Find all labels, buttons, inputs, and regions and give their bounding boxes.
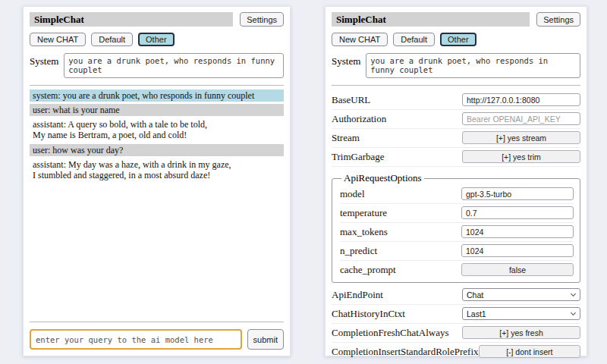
cache-prompt-label: cache_prompt: [340, 264, 396, 276]
trimgarbage-toggle-button[interactable]: [+] yes trim: [462, 150, 580, 163]
completion-fresh-label: CompletionFreshChatAlways: [332, 327, 449, 339]
new-chat-button[interactable]: New CHAT: [332, 33, 388, 46]
chat-message-assistant: assistant: My day was a haze, with a dri…: [30, 158, 284, 181]
system-prompt-input[interactable]: you are a drunk poet, who responds in fu…: [366, 53, 580, 78]
temperature-label: temperature: [340, 207, 387, 219]
chat-history-select[interactable]: Last1: [462, 307, 580, 320]
stream-toggle-button[interactable]: [+] yes stream: [462, 131, 580, 144]
spacer: [30, 184, 284, 315]
max-tokens-input[interactable]: [461, 225, 574, 238]
session-tab-default[interactable]: Default: [91, 33, 133, 46]
session-tab-other[interactable]: Other: [440, 33, 476, 46]
system-prompt-label: System: [332, 53, 360, 67]
cache-prompt-toggle-button[interactable]: false: [461, 263, 574, 276]
setting-row-chat-history: ChatHistoryInCtxt Last1: [332, 305, 580, 324]
api-request-options-legend: ApiRequestOptions: [341, 172, 424, 184]
chat-message-user: user: how was your day?: [30, 144, 284, 156]
n-predict-input[interactable]: [461, 244, 574, 257]
authorization-input[interactable]: [462, 112, 580, 125]
api-endpoint-select[interactable]: Chat: [462, 288, 580, 301]
setting-row-completion-fresh: CompletionFreshChatAlways [+] yes fresh: [332, 324, 580, 343]
app-title: SimpleChat: [30, 12, 233, 27]
model-input[interactable]: [461, 187, 574, 200]
titlebar: SimpleChat Settings: [30, 12, 284, 27]
system-prompt-input[interactable]: you are a drunk poet, who responds in fu…: [64, 53, 284, 78]
settings-button[interactable]: Settings: [536, 12, 580, 27]
chat-message-assistant: assistant: A query so bold, with a tale …: [30, 118, 284, 141]
session-tab-other[interactable]: Other: [138, 33, 175, 46]
setting-row-trimgarbage: TrimGarbage [+] yes trim: [332, 148, 580, 167]
authorization-label: Authorization: [332, 113, 386, 125]
model-label: model: [340, 188, 365, 200]
divider: [332, 85, 580, 86]
setting-row-stream: Stream [+] yes stream: [332, 129, 580, 148]
chat-message-system: system: you are a drunk poet, who respon…: [30, 89, 284, 102]
stream-label: Stream: [332, 132, 360, 144]
system-prompt-label: System: [30, 53, 58, 67]
session-toolbar: New CHAT Default Other: [332, 33, 580, 46]
setting-row-completion-insert-prefix: CompletionInsertStandardRolePrefix [-] d…: [332, 343, 580, 362]
setting-row-max-tokens: max_tokens: [340, 223, 574, 242]
session-tab-default[interactable]: Default: [393, 33, 435, 46]
setting-row-baseurl: BaseURL: [332, 91, 580, 110]
query-input[interactable]: [30, 329, 242, 350]
chat-window: SimpleChat Settings New CHAT Default Oth…: [23, 6, 291, 356]
temperature-input[interactable]: [461, 206, 574, 219]
divider: [30, 85, 284, 86]
trimgarbage-label: TrimGarbage: [332, 151, 385, 163]
completion-fresh-toggle-button[interactable]: [+] yes fresh: [462, 326, 580, 339]
max-tokens-label: max_tokens: [340, 226, 388, 238]
completion-insert-prefix-label: CompletionInsertStandardRolePrefix: [332, 346, 479, 358]
chat-history-label: ChatHistoryInCtxt: [332, 308, 405, 320]
baseurl-label: BaseURL: [332, 94, 370, 106]
chat-history-selected-value: Last1: [467, 309, 486, 318]
chevron-down-icon: [571, 310, 576, 315]
setting-row-authorization: Authorization: [332, 110, 580, 129]
submit-button[interactable]: submit: [247, 329, 284, 350]
query-row: submit: [30, 329, 284, 350]
chat-message-user: user: what is your name: [30, 104, 284, 116]
baseurl-input[interactable]: [462, 93, 580, 106]
setting-row-api-endpoint: ApiEndPoint Chat: [332, 286, 580, 305]
n-predict-label: n_predict: [340, 245, 377, 257]
api-request-options-fieldset: ApiRequestOptions model temperature max_…: [332, 172, 580, 283]
completion-insert-prefix-toggle-button[interactable]: [-] dont insert: [479, 345, 580, 358]
new-chat-button[interactable]: New CHAT: [30, 33, 86, 46]
setting-row-cache-prompt: cache_prompt false: [340, 261, 574, 279]
settings-window: SimpleChat Settings New CHAT Default Oth…: [325, 6, 587, 356]
settings-list: BaseURL Authorization Stream [+] yes str…: [332, 91, 580, 362]
setting-row-temperature: temperature: [340, 204, 574, 223]
system-prompt-row: System you are a drunk poet, who respond…: [332, 53, 580, 78]
session-toolbar: New CHAT Default Other: [30, 33, 284, 46]
api-endpoint-label: ApiEndPoint: [332, 289, 383, 301]
setting-row-model: model: [340, 185, 574, 204]
chevron-down-icon: [571, 291, 576, 297]
chat-message-list: system: you are a drunk poet, who respon…: [30, 89, 284, 184]
api-endpoint-selected-value: Chat: [467, 290, 483, 300]
settings-button[interactable]: Settings: [240, 12, 284, 27]
titlebar: SimpleChat Settings: [332, 12, 580, 27]
divider: [30, 322, 284, 322]
app-title: SimpleChat: [332, 12, 530, 27]
system-prompt-row: System you are a drunk poet, who respond…: [30, 53, 284, 78]
settings-tail: ApiEndPoint Chat ChatHistoryInCtxt Last1…: [332, 286, 580, 362]
setting-row-n-predict: n_predict: [340, 242, 574, 261]
